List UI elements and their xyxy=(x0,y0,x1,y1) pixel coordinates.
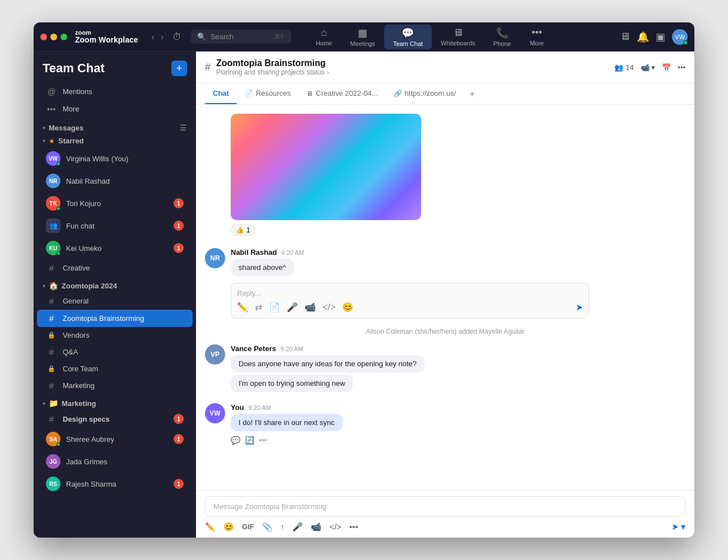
video-clip-icon[interactable]: 📹 xyxy=(311,522,321,532)
app-window: zoom Zoom Workplace ‹ › ⏱ 🔍 Search ⌘F ⌂ … xyxy=(34,22,694,538)
mic-icon[interactable]: 🎤 xyxy=(287,302,298,312)
add-tab-button[interactable]: + xyxy=(464,85,480,104)
more-label: More xyxy=(63,105,80,113)
sidebar-item-jada[interactable]: JG Jada Grimes xyxy=(37,450,193,473)
maximize-button[interactable] xyxy=(60,34,67,40)
layout-icon[interactable]: ▣ xyxy=(656,31,665,43)
tab-whiteboards[interactable]: 🖥 Whiteboards xyxy=(432,25,484,49)
pencil-icon[interactable]: ✏️ xyxy=(205,522,216,532)
attach-icon[interactable]: 📄 xyxy=(269,302,280,312)
sidebar-item-qa[interactable]: # Q&A xyxy=(37,343,193,361)
chat-header-info: Zoomtopia Brainstorming Planning and sha… xyxy=(216,58,614,76)
add-button[interactable]: + xyxy=(171,60,187,76)
filter-icon[interactable]: ☰ xyxy=(180,123,187,132)
lock-icon: 🔒 xyxy=(46,365,57,372)
bell-icon[interactable]: 🔔 xyxy=(637,31,649,43)
sidebar-title: Team Chat xyxy=(43,61,105,76)
tab-more[interactable]: ••• More xyxy=(520,25,554,49)
gradient-image xyxy=(231,114,421,220)
reply-action-icon[interactable]: 💬 xyxy=(231,436,240,445)
video-btn-icon[interactable]: 📹 xyxy=(305,302,316,312)
zoomtopia-section[interactable]: ▾ 🏠 Zoomtopia 2024 xyxy=(34,277,196,292)
tab-meetings[interactable]: ▦ Meetings xyxy=(341,25,384,49)
sidebar-item-fun-chat[interactable]: 👥 Fun chat 1 xyxy=(37,214,193,237)
sidebar-item-kei[interactable]: KU Kei Umeko 1 xyxy=(37,237,193,259)
image-preview xyxy=(231,114,421,220)
members-count[interactable]: 👥 14 xyxy=(614,63,633,72)
message-header: Nabil Rashad 9:20 AM xyxy=(231,248,685,256)
tab-chat[interactable]: Chat xyxy=(205,83,237,104)
qa-label: Q&A xyxy=(63,348,78,356)
emoji-action-icon[interactable]: 🔄 xyxy=(245,436,254,445)
code-icon[interactable]: </> xyxy=(323,302,335,312)
badge-tori: 1 xyxy=(174,198,184,208)
gif-button[interactable]: GIF xyxy=(242,522,254,531)
close-button[interactable] xyxy=(40,34,47,40)
user-avatar[interactable]: VW xyxy=(672,29,688,45)
overflow-menu-icon[interactable]: ••• xyxy=(678,63,685,72)
calendar-icon[interactable]: 📅 xyxy=(662,63,671,72)
sidebar-item-marketing-channel[interactable]: # Marketing xyxy=(37,377,193,394)
attach-file-icon[interactable]: 📎 xyxy=(262,522,273,532)
screen-share-icon[interactable]: 🖥 xyxy=(620,31,630,43)
sidebar-item-tori[interactable]: TK Tori Kojuro 1 xyxy=(37,192,193,214)
rajesh-label: Rajesh Sharma xyxy=(66,480,116,488)
messages-section-label: Messages xyxy=(49,124,83,132)
search-shortcut: ⌘F xyxy=(274,33,284,40)
sidebar-item-zoomtopia-brainstorming[interactable]: # Zoomtopia Brainstorming xyxy=(37,310,193,327)
starred-label: Starred xyxy=(58,137,84,145)
reaction-thumbs-up[interactable]: 👍 1 xyxy=(231,225,255,236)
sidebar-item-mentions[interactable]: @ Mentions xyxy=(37,83,193,100)
tori-label: Tori Kojuro xyxy=(66,199,101,208)
screen-clip-icon[interactable]: ↑ xyxy=(281,522,285,531)
format-icon[interactable]: ⇄ xyxy=(255,302,262,312)
messages-section[interactable]: ▾ Messages ☰ xyxy=(34,118,196,134)
message-input[interactable]: Message Zoomtopia Brainstorming xyxy=(205,496,685,517)
more-action-icon[interactable]: ••• xyxy=(259,436,267,445)
emoji-icon[interactable]: 😊 xyxy=(342,302,353,312)
video-icon[interactable]: 📹 ▾ xyxy=(641,63,656,72)
minimize-button[interactable] xyxy=(50,34,57,40)
messages-area: 👍 1 NR Nabil Rashad 9:20 AM shared above… xyxy=(196,105,694,490)
zoomtopia-label: Zoomtopia 2024 xyxy=(62,282,117,290)
tab-creative[interactable]: 🖥 Creative 2022-04... xyxy=(298,83,386,104)
tab-whiteboards-label: Whiteboards xyxy=(441,40,475,46)
edit-icon[interactable]: ✏️ xyxy=(237,302,248,312)
sidebar-item-vendors[interactable]: 🔒 Vendors xyxy=(37,327,193,343)
audio-icon[interactable]: 🎤 xyxy=(292,522,303,532)
history-button[interactable]: ⏱ xyxy=(172,32,181,42)
sidebar-item-nabil[interactable]: NR Nabil Rashad xyxy=(37,170,193,192)
emoji-picker-icon[interactable]: 😊 xyxy=(223,522,234,532)
search-bar[interactable]: 🔍 Search ⌘F xyxy=(190,30,291,44)
reply-input-placeholder[interactable]: Reply... xyxy=(237,289,583,297)
channel-hash-icon: # xyxy=(205,62,211,73)
system-message: Alison Coleman (she/her/hers) added Maye… xyxy=(205,328,685,335)
send-arrow-icon: ➤ xyxy=(671,521,679,532)
tab-link[interactable]: 🔗 https://zoom.us/ xyxy=(386,83,464,104)
sidebar-item-design-specs[interactable]: # Design specs 1 xyxy=(37,410,193,428)
tab-home[interactable]: ⌂ Home xyxy=(307,25,341,49)
message-group-vance: VP Vance Peters 9:20 AM Does anyone have… xyxy=(205,344,685,394)
back-button[interactable]: ‹ xyxy=(150,31,157,43)
starred-section[interactable]: ▾ ★ Starred xyxy=(34,134,196,147)
sidebar-item-creative[interactable]: # Creative xyxy=(37,259,193,277)
send-button[interactable]: ➤ ▾ xyxy=(671,521,685,532)
marketing-section[interactable]: ▾ 📁 Marketing xyxy=(34,394,196,410)
sidebar-item-general[interactable]: # General xyxy=(37,292,193,310)
sidebar-item-sheree[interactable]: SA Sheree Aubrey 1 xyxy=(37,428,193,450)
sidebar-item-rajesh[interactable]: RS Rajesh Sharma 1 xyxy=(37,473,193,495)
send-reply-button[interactable]: ➤ xyxy=(576,302,583,312)
tab-phone[interactable]: 📞 Phone xyxy=(484,25,520,49)
forward-button[interactable]: › xyxy=(158,31,166,43)
code-snippet-icon[interactable]: </> xyxy=(329,522,342,531)
input-toolbar: ✏️ 😊 GIF 📎 ↑ 🎤 📹 </> ••• ➤ ▾ xyxy=(205,521,685,532)
sidebar-item-more[interactable]: ••• More xyxy=(37,100,193,118)
chat-tabs: Chat 📄 Resources 🖥 Creative 2022-04... 🔗… xyxy=(196,83,694,105)
tab-resources[interactable]: 📄 Resources xyxy=(237,83,298,104)
tab-team-chat[interactable]: 💬 Team Chat xyxy=(384,25,432,49)
sidebar-item-core-team[interactable]: 🔒 Core Team xyxy=(37,361,193,377)
mentions-label: Mentions xyxy=(63,87,92,96)
more-dots-icon: ••• xyxy=(46,104,57,114)
sidebar-item-virginia[interactable]: VW Virginia Willis (You) xyxy=(37,147,193,170)
more-tools-icon[interactable]: ••• xyxy=(349,522,358,531)
